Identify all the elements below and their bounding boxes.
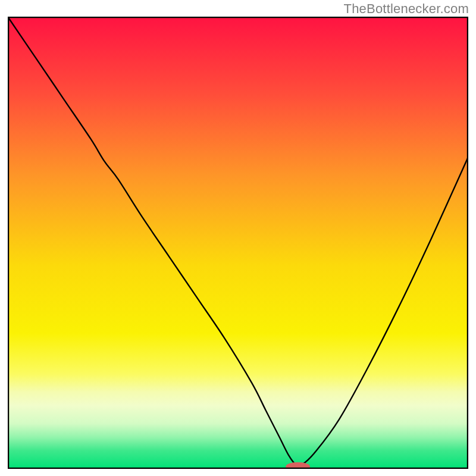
watermark-text: TheBottlenecker.com: [344, 1, 469, 17]
gradient-background: [8, 17, 468, 469]
chart-area: [8, 17, 468, 469]
chart-svg: [8, 17, 468, 469]
